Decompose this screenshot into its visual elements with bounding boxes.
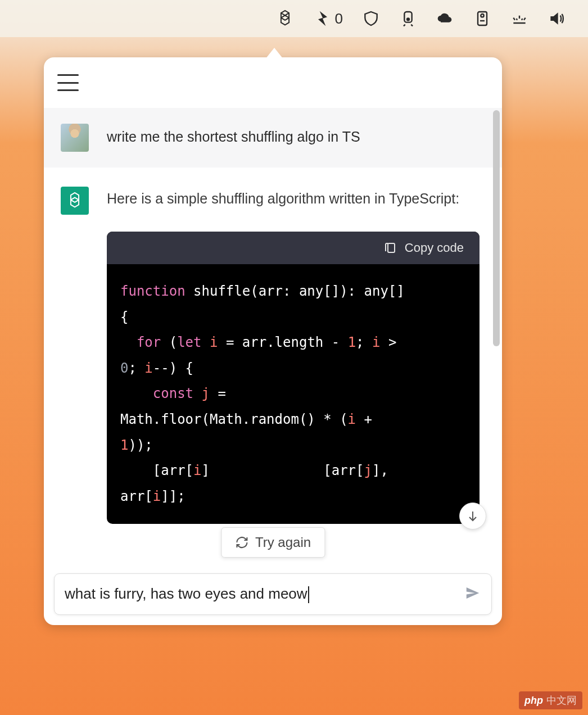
copy-code-button[interactable]: Copy code [107,232,480,264]
text-cursor [308,586,309,603]
code-block: Copy code function shuffle(arr: any[]): … [107,232,480,524]
send-button[interactable] [464,585,481,604]
macos-menubar: 0 [0,0,588,37]
scroll-to-bottom-button[interactable] [459,503,486,530]
svg-rect-4 [388,243,395,252]
popover-caret [265,48,283,59]
copy-code-label: Copy code [405,241,464,255]
transit-icon[interactable] [399,10,417,28]
assistant-message-row: Here is a simple shuffling algorithm wri… [44,168,502,215]
try-again-label: Try again [255,535,311,550]
watermark-site: 中文网 [546,694,577,707]
svg-point-1 [407,18,409,20]
watermark: php 中文网 [519,691,582,709]
watermark-brand: php [524,695,543,707]
user-avatar [61,124,89,152]
badge-icon[interactable] [473,10,491,28]
shield-icon[interactable] [362,10,380,28]
svg-point-3 [481,14,483,17]
popup-header [44,57,502,108]
assistant-avatar [61,187,89,215]
message-input-row: what is furry, has two eyes and meow [54,573,492,615]
cloud-icon[interactable] [436,10,454,28]
chat-popup: write me the shortest shuffling algo in … [44,57,502,625]
user-message-row: write me the shortest shuffling algo in … [44,108,502,168]
volume-icon[interactable] [548,10,566,28]
try-again-button[interactable]: Try again [221,527,325,558]
bolt-count: 0 [335,10,343,28]
assistant-intro-text: Here is a simple shuffling algorithm wri… [107,187,459,211]
code-content[interactable]: function shuffle(arr: any[]): any[] { fo… [107,264,480,524]
user-message-text: write me the shortest shuffling algo in … [107,124,360,147]
message-input[interactable]: what is furry, has two eyes and meow [65,585,464,603]
bolt-indicator[interactable]: 0 [314,10,343,28]
scrollbar-thumb[interactable] [493,110,500,346]
chat-scroll-area[interactable]: write me the shortest shuffling algo in … [44,108,502,625]
menu-icon[interactable] [57,74,79,91]
openai-icon[interactable] [275,9,295,28]
brightness-icon[interactable] [510,10,528,28]
